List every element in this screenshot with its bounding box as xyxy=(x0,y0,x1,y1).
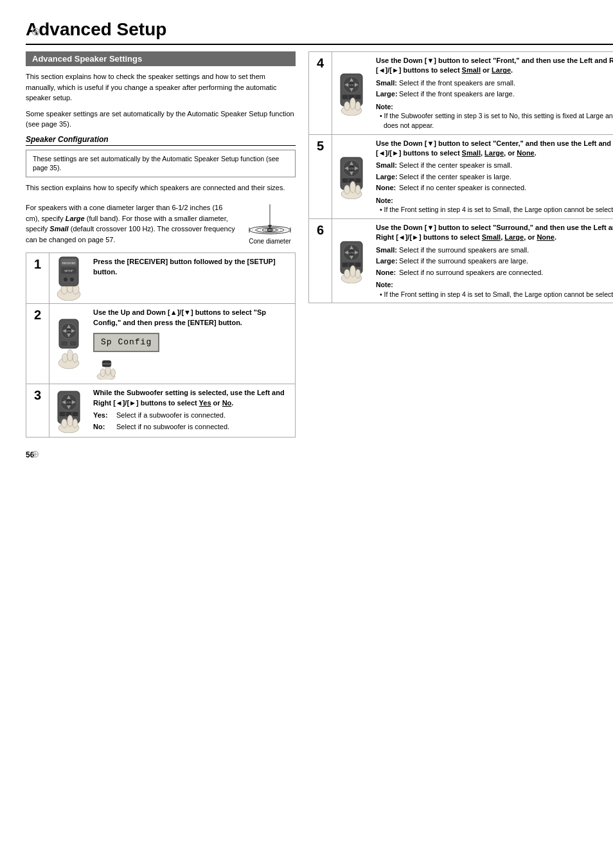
step-5-large-label: Large: xyxy=(376,172,399,182)
step-3-text: While the Subwoofer setting is selected,… xyxy=(88,384,295,437)
step-1-text: Press the [RECEIVER] button followed by … xyxy=(88,253,295,303)
svg-point-35 xyxy=(100,369,105,376)
svg-rect-51 xyxy=(73,412,78,416)
small-label: Small xyxy=(49,225,68,233)
crosshair-left: ⊕ xyxy=(31,447,39,459)
step-1-remote-svg: RECEIVER SETUP xyxy=(53,256,85,301)
step-5-note: Note: • If the Front setting in step 4 i… xyxy=(376,196,613,215)
step-1-instruction: Press the [RECEIVER] button followed by … xyxy=(93,257,290,277)
step-4-note-title: Note: xyxy=(376,102,613,112)
svg-point-69 xyxy=(344,102,350,111)
cone-label: Cone diameter xyxy=(244,238,296,245)
config-text-1: This section explains how to specify whi… xyxy=(26,182,296,193)
svg-point-37 xyxy=(111,369,116,376)
section-header: Advanced Speaker Settings xyxy=(26,51,296,66)
step-3-number: 3 xyxy=(26,384,49,437)
step-6-note-text: • If the Front setting in step 4 is set … xyxy=(376,290,613,299)
intro-text-1: This section explains how to check the s… xyxy=(26,71,296,103)
step-6-large-label: Large: xyxy=(376,256,399,266)
step-2-number: 2 xyxy=(26,304,49,384)
step-5-small: Small: Select if the center speaker is s… xyxy=(376,161,613,170)
step-2-instruction: Use the Up and Down [▲]/[▼] buttons to s… xyxy=(93,308,290,328)
svg-text:ENTER: ENTER xyxy=(348,252,355,254)
step-1-image: RECEIVER SETUP xyxy=(49,253,88,303)
svg-text:RECEIVER: RECEIVER xyxy=(62,261,76,265)
page-number: 56 xyxy=(26,450,613,459)
step-6-none: None: Select if no surround speakers are… xyxy=(376,268,613,278)
page-wrapper: ⊕ ⊕ ⊕ ⊕ ⊕ ⊕ Advanced Setup Advanced Spea… xyxy=(26,19,613,868)
intro-text-2: Some speaker settings are set automatica… xyxy=(26,109,296,130)
step-6-remote-svg: ENTER xyxy=(335,238,368,283)
step-6-text: Use the Down [▼] button to select "Surro… xyxy=(371,219,613,303)
main-layout: Advanced Speaker Settings This section e… xyxy=(26,51,613,438)
step-3-yes-text: Select if a subwoofer is connected. xyxy=(116,411,226,420)
step-2-enter-area: ENTER xyxy=(93,357,290,380)
svg-rect-49 xyxy=(60,412,65,416)
step-6-instruction: Use the Down [▼] button to select "Surro… xyxy=(376,223,613,243)
step-4-large-text: Select if the front speakers are large. xyxy=(399,89,515,99)
step-3-image: ENTER xyxy=(49,384,88,437)
step-4-remote-svg: ENTER xyxy=(335,71,368,116)
corner-mark-tl: ⊕ xyxy=(31,24,40,39)
step-6-small-label: Small: xyxy=(376,245,399,255)
step-4-note-text: • If the Subwoofer setting in step 3 is … xyxy=(376,111,613,130)
cone-diagram-area: For speakers with a cone diameter larger… xyxy=(26,198,296,245)
page-title: Advanced Setup xyxy=(26,19,613,45)
svg-rect-65 xyxy=(342,95,348,99)
svg-point-85 xyxy=(344,185,350,194)
svg-rect-97 xyxy=(342,263,348,267)
step-6-none-text: Select if no surround speakers are conne… xyxy=(399,268,543,278)
svg-text:ENTER: ENTER xyxy=(348,168,355,170)
step-1-block: 1 RECEIVER xyxy=(26,252,296,304)
step-5-text: Use the Down [▼] button to select "Cente… xyxy=(371,135,613,218)
step-6-large: Large: Select if the surround speakers a… xyxy=(376,256,613,266)
svg-point-53 xyxy=(62,419,67,428)
step-3-yes: Yes: Select if a subwoofer is connected. xyxy=(93,411,290,420)
svg-text:SETUP: SETUP xyxy=(64,269,73,272)
step-5-note-title: Note: xyxy=(376,196,613,206)
step-6-image: ENTER xyxy=(332,219,371,303)
step-4-inner: 4 ENTER xyxy=(309,52,613,134)
cone-diagram-svg xyxy=(247,198,292,236)
step-2-image: ENTER xyxy=(49,304,88,384)
step-4-text: Use the Down [▼] button to select "Front… xyxy=(371,52,613,134)
svg-rect-29 xyxy=(70,341,76,346)
cone-diagram: Cone diameter xyxy=(244,198,296,245)
svg-point-33 xyxy=(73,353,78,362)
step-3-remote-svg: ENTER xyxy=(53,388,85,433)
svg-rect-67 xyxy=(355,95,360,99)
step-4-small-text: Select if the front speakers are small. xyxy=(399,78,515,88)
step-6-none-label: None: xyxy=(376,268,399,278)
step-6-note-title: Note: xyxy=(376,280,613,290)
step-2-remote-svg: ENTER xyxy=(53,318,85,369)
subsection-title: Speaker Configuration xyxy=(26,135,296,146)
step-5-small-label: Small: xyxy=(376,161,399,170)
step-5-none-label: None: xyxy=(376,183,399,193)
right-column: 4 ENTER xyxy=(308,51,613,438)
svg-rect-83 xyxy=(355,179,360,182)
step-6-block: 6 ENTER xyxy=(308,218,613,303)
svg-rect-99 xyxy=(355,263,360,267)
cone-description-text: For speakers with a cone diameter larger… xyxy=(26,202,238,245)
svg-text:ENTER: ENTER xyxy=(348,84,355,87)
step-5-small-text: Select if the center speaker is small. xyxy=(399,161,512,170)
step-4-number: 4 xyxy=(309,52,332,134)
step-6-large-text: Select if the surround speakers are larg… xyxy=(399,256,528,266)
step-3-block: 3 ENTER xyxy=(26,384,296,438)
svg-point-86 xyxy=(350,181,356,193)
step-3-instruction: While the Subwoofer setting is selected,… xyxy=(93,388,290,408)
step-4-small: Small: Select if the front speakers are … xyxy=(376,78,613,88)
step-2-block: 2 ENTER xyxy=(26,304,296,384)
svg-text:ENTER: ENTER xyxy=(65,402,73,404)
step-5-large: Large: Select if the center speaker is l… xyxy=(376,172,613,182)
svg-text:ENTER: ENTER xyxy=(102,362,111,366)
step-3-no: No: Select if no subwoofer is connected. xyxy=(93,422,290,432)
step-3-no-text: Select if no subwoofer is connected. xyxy=(116,422,229,432)
svg-rect-81 xyxy=(342,179,348,182)
step-4-instruction: Use the Down [▼] button to select "Front… xyxy=(376,56,613,76)
svg-point-103 xyxy=(355,269,360,278)
step-4-small-label: Small: xyxy=(376,78,399,88)
svg-point-101 xyxy=(344,269,350,278)
step-5-large-text: Select if the center speaker is large. xyxy=(399,172,511,182)
step-5-number: 5 xyxy=(309,135,332,218)
